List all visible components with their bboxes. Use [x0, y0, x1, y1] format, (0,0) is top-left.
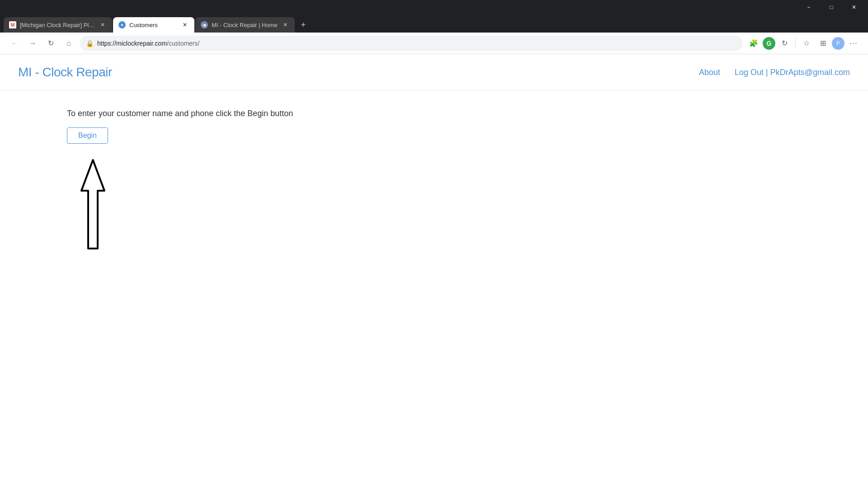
tab-customers-title: Customers [129, 22, 177, 28]
lock-icon: 🔒 [86, 40, 94, 47]
instruction-text: To enter your customer name and phone cl… [67, 109, 801, 118]
browser-chrome: − □ ✕ M [Michigan Clock Repair] Please C… [0, 0, 868, 54]
title-bar: − □ ✕ [0, 0, 868, 14]
close-button[interactable]: ✕ [844, 0, 864, 14]
reload-button[interactable]: ↻ [43, 36, 58, 51]
url-text: https://miclockrepair.com/customers/ [97, 40, 736, 47]
tab-customers[interactable]: ● Customers ✕ [113, 17, 194, 33]
tab-home-close-icon[interactable]: ✕ [281, 21, 289, 29]
arrow-annotation [67, 159, 801, 249]
tab-home-title: MI - Clock Repair | Home [212, 22, 278, 28]
tab-customers-close-icon[interactable]: ✕ [181, 21, 189, 29]
clockrepair-favicon-icon: ⏰ [201, 21, 208, 28]
tab-home[interactable]: ⏰ MI - Clock Repair | Home ✕ [195, 17, 295, 33]
site-logo[interactable]: MI - Clock Repair [18, 65, 112, 80]
tab-gmail[interactable]: M [Michigan Clock Repair] Please C ✕ [4, 17, 112, 33]
more-options-button[interactable]: ··· [846, 36, 861, 51]
favorites-button[interactable]: ☆ [799, 36, 814, 51]
up-arrow-icon [80, 159, 105, 249]
profile-avatar[interactable]: P [832, 37, 844, 50]
page-content: MI - Clock Repair About Log Out | PkDrAp… [0, 54, 868, 488]
forward-button[interactable]: → [25, 36, 40, 51]
grammarly-button[interactable]: G [763, 37, 775, 50]
begin-button[interactable]: Begin [67, 127, 108, 144]
gmail-favicon-icon: M [9, 21, 16, 28]
address-bar: ← → ↻ ⌂ 🔒 https://miclockrepair.com/cust… [0, 33, 868, 54]
toolbar-icons: 🧩 G ↻ ☆ ⊞ P ··· [746, 36, 861, 51]
maximize-button[interactable]: □ [821, 0, 842, 14]
about-link[interactable]: About [699, 68, 720, 77]
home-button[interactable]: ⌂ [61, 36, 76, 51]
site-nav: About Log Out | PkDrApts@gmail.com [699, 68, 850, 77]
svg-marker-0 [81, 160, 104, 249]
toolbar-divider [795, 38, 796, 49]
logout-link[interactable]: Log Out | PkDrApts@gmail.com [735, 68, 850, 77]
back-button[interactable]: ← [7, 36, 22, 51]
collections-button[interactable]: ⊞ [816, 36, 830, 51]
url-origin: https://miclockrepair.com [97, 40, 167, 47]
url-path: /customers/ [167, 40, 199, 47]
customers-favicon-icon: ● [118, 21, 126, 28]
minimize-button[interactable]: − [798, 0, 819, 14]
new-tab-button[interactable]: + [296, 17, 311, 33]
tab-gmail-close-icon[interactable]: ✕ [99, 21, 107, 29]
main-content: To enter your customer name and phone cl… [0, 91, 868, 267]
tabs-bar: M [Michigan Clock Repair] Please C ✕ ● C… [0, 14, 868, 33]
extensions-button[interactable]: 🧩 [746, 36, 761, 51]
tab-gmail-title: [Michigan Clock Repair] Please C [20, 22, 95, 28]
site-header: MI - Clock Repair About Log Out | PkDrAp… [0, 54, 868, 91]
url-bar[interactable]: 🔒 https://miclockrepair.com/customers/ [80, 36, 743, 51]
sync-icon-button[interactable]: ↻ [777, 36, 792, 51]
